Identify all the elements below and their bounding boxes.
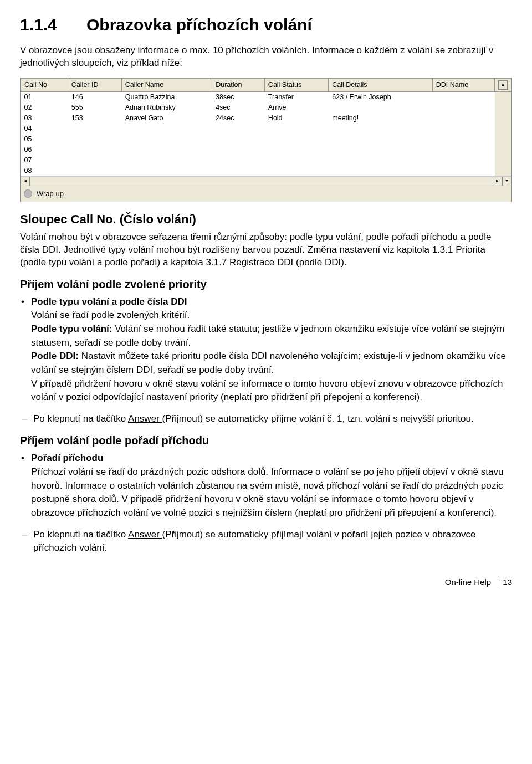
- table-cell: 01: [21, 91, 68, 102]
- table-cell: 04: [21, 124, 68, 134]
- page-footer: On-line Help 13: [20, 577, 512, 587]
- body-text: Po klepnutí na tlačítko: [33, 413, 128, 424]
- call-table-window: Call No Caller ID Caller Name Duration C…: [20, 78, 512, 202]
- table-cell: [121, 166, 212, 176]
- bullet-title: Pořadí příchodu: [31, 453, 103, 463]
- scroll-down-button[interactable]: ▼: [502, 177, 511, 186]
- table-cell: [432, 145, 494, 155]
- footer-label: On-line Help: [445, 577, 491, 587]
- list-item: Pořadí příchodu Příchozí volání se řadí …: [31, 452, 512, 520]
- col-ddi-name[interactable]: DDI Name: [432, 78, 494, 91]
- table-cell: [264, 145, 328, 155]
- call-table: Call No Caller ID Caller Name Duration C…: [21, 78, 511, 176]
- table-cell: Quattro Bazzina: [121, 91, 212, 102]
- body-text: Nastavit můžete také prioritu podle čísl…: [31, 351, 506, 375]
- answer-link-text: Answer: [128, 413, 162, 424]
- vertical-scrollbar-track[interactable]: [495, 113, 511, 124]
- status-bar: Wrap up: [21, 186, 511, 202]
- col-call-no[interactable]: Call No: [21, 78, 68, 91]
- scroll-right-button[interactable]: ►: [493, 177, 502, 186]
- table-cell: [68, 145, 121, 155]
- table-cell: [329, 166, 433, 176]
- table-row[interactable]: 02555Adrian Rubinsky4secArrive: [21, 102, 511, 113]
- table-row[interactable]: 06: [21, 145, 511, 155]
- table-cell: 623 / Erwin Joseph: [329, 91, 433, 102]
- vertical-scrollbar-track[interactable]: [495, 155, 511, 166]
- table-cell: [432, 166, 494, 176]
- vertical-scrollbar-track[interactable]: [495, 134, 511, 145]
- scroll-left-button[interactable]: ◄: [21, 177, 30, 186]
- table-cell: [212, 155, 265, 166]
- table-cell: [68, 124, 121, 134]
- table-row[interactable]: 05: [21, 134, 511, 145]
- table-row[interactable]: 01146Quattro Bazzina38secTransfer623 / E…: [21, 91, 511, 102]
- table-cell: [121, 145, 212, 155]
- subheading-text-a: Sloupec Call No.: [20, 212, 120, 226]
- intro-paragraph: V obrazovce jsou obsaženy informace o ma…: [20, 44, 512, 70]
- inline-label: Podle typu volání:: [31, 324, 112, 334]
- table-cell: 38sec: [212, 91, 265, 102]
- list-item: Po klepnutí na tlačítko Answer (Přijmout…: [33, 528, 512, 555]
- col-caller-id[interactable]: Caller ID: [68, 78, 121, 91]
- table-cell: 07: [21, 155, 68, 166]
- inline-label: Podle DDI:: [31, 351, 79, 361]
- status-text: Wrap up: [37, 189, 64, 198]
- table-cell: Adrian Rubinsky: [121, 102, 212, 113]
- table-cell: [432, 113, 494, 124]
- col-call-status[interactable]: Call Status: [264, 78, 328, 91]
- table-cell: [68, 155, 121, 166]
- table-cell: Hold: [264, 113, 328, 124]
- table-cell: 146: [68, 91, 121, 102]
- table-cell: 153: [68, 113, 121, 124]
- body-text: Po klepnutí na tlačítko: [33, 529, 128, 540]
- table-cell: Transfer: [264, 91, 328, 102]
- col-duration[interactable]: Duration: [212, 78, 265, 91]
- table-cell: [329, 145, 433, 155]
- call-no-description: Volání mohou být v obrazovce seřazena tř…: [20, 231, 512, 269]
- table-cell: [264, 134, 328, 145]
- table-cell: [432, 124, 494, 134]
- table-cell: 4sec: [212, 102, 265, 113]
- table-cell: [121, 134, 212, 145]
- col-caller-name[interactable]: Caller Name: [121, 78, 212, 91]
- table-cell: 24sec: [212, 113, 265, 124]
- table-cell: Arrive: [264, 102, 328, 113]
- table-cell: [432, 91, 494, 102]
- scroll-up-button[interactable]: ▲: [495, 78, 511, 91]
- vertical-scrollbar-track[interactable]: [495, 102, 511, 113]
- table-cell: 555: [68, 102, 121, 113]
- table-row[interactable]: 04: [21, 124, 511, 134]
- footer-page-number: 13: [503, 577, 512, 587]
- status-indicator-icon: [24, 189, 32, 198]
- table-cell: 02: [21, 102, 68, 113]
- table-cell: 06: [21, 145, 68, 155]
- list-item: Po klepnutí na tlačítko Answer (Přijmout…: [33, 412, 512, 426]
- vertical-scrollbar-track[interactable]: [495, 91, 511, 102]
- subheading-text-b: (Číslo volání): [120, 212, 196, 226]
- answer-link-text: Answer: [128, 529, 162, 540]
- horizontal-scrollbar[interactable]: ◄ ► ▼: [21, 176, 511, 186]
- subheading-call-no: Sloupec Call No. (Číslo volání): [20, 212, 512, 227]
- table-cell: Anavel Gato: [121, 113, 212, 124]
- vertical-scrollbar-track[interactable]: [495, 166, 511, 176]
- table-cell: [432, 134, 494, 145]
- table-row[interactable]: 08: [21, 166, 511, 176]
- subheading-priority: Příjem volání podle zvolené priority: [20, 278, 512, 291]
- table-cell: [264, 155, 328, 166]
- table-cell: [212, 134, 265, 145]
- subheading-order: Příjem volání podle pořadí příchodu: [20, 434, 512, 447]
- table-cell: [68, 134, 121, 145]
- body-text: (Přijmout) se automaticky přijme volání …: [162, 413, 473, 424]
- table-row[interactable]: 07: [21, 155, 511, 166]
- vertical-scrollbar-track[interactable]: [495, 124, 511, 134]
- table-row[interactable]: 03153Anavel Gato24secHoldmeeting!: [21, 113, 511, 124]
- table-cell: [329, 134, 433, 145]
- section-number: 1.1.4: [20, 16, 86, 34]
- col-call-details[interactable]: Call Details: [329, 78, 433, 91]
- table-cell: [264, 166, 328, 176]
- vertical-scrollbar-track[interactable]: [495, 145, 511, 155]
- body-text: V případě přidržení hovoru v okně stavu …: [31, 378, 503, 403]
- table-cell: 03: [21, 113, 68, 124]
- body-text: Příchozí volání se řadí do prázdných poz…: [31, 466, 503, 518]
- table-cell: [432, 155, 494, 166]
